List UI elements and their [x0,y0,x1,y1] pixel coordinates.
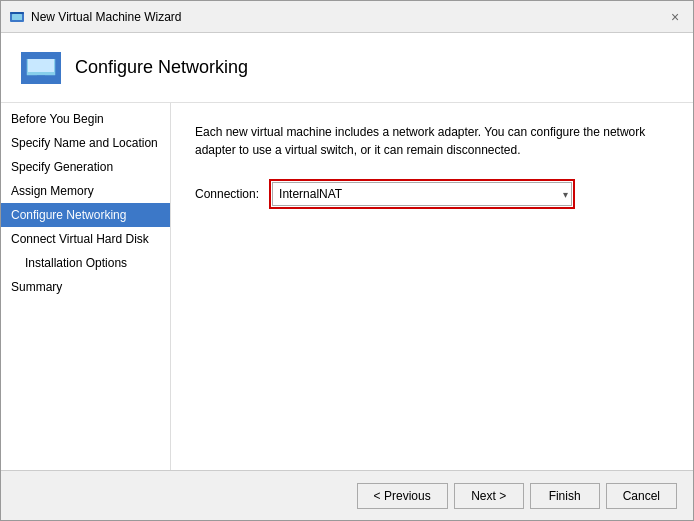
svg-rect-1 [12,14,22,20]
sidebar-item-specify-generation[interactable]: Specify Generation [1,155,170,179]
sidebar-item-before-you-begin[interactable]: Before You Begin [1,107,170,131]
finish-button[interactable]: Finish [530,483,600,509]
connection-label: Connection: [195,187,259,201]
sidebar-item-connect-virtual-hard-disk[interactable]: Connect Virtual Hard Disk [1,227,170,251]
window-title: New Virtual Machine Wizard [31,10,182,24]
window-icon [9,9,25,25]
title-bar-left: New Virtual Machine Wizard [9,9,182,25]
main-content: Each new virtual machine includes a netw… [171,103,693,470]
wizard-header: Configure Networking [1,33,693,103]
connection-row: Connection: Not ConnectedInternalNATDefa… [195,179,669,209]
header-icon [21,52,61,84]
svg-rect-4 [28,58,54,72]
footer: < Previous Next > Finish Cancel [1,470,693,520]
connection-select[interactable]: Not ConnectedInternalNATDefault Switch [272,182,572,206]
wizard-header-title: Configure Networking [75,57,248,78]
description-text: Each new virtual machine includes a netw… [195,123,655,159]
sidebar-item-assign-memory[interactable]: Assign Memory [1,179,170,203]
content-area: Before You BeginSpecify Name and Locatio… [1,103,693,470]
title-bar: New Virtual Machine Wizard × [1,1,693,33]
svg-rect-7 [34,76,48,79]
sidebar-item-installation-options[interactable]: Installation Options [1,251,170,275]
svg-rect-5 [26,56,56,59]
previous-button[interactable]: < Previous [357,483,448,509]
next-button[interactable]: Next > [454,483,524,509]
connection-dropdown-wrapper: Not ConnectedInternalNATDefault Switch ▾ [269,179,575,209]
connection-dropdown-container: Not ConnectedInternalNATDefault Switch ▾ [272,182,572,206]
sidebar: Before You BeginSpecify Name and Locatio… [1,103,171,470]
cancel-button[interactable]: Cancel [606,483,677,509]
sidebar-item-specify-name-location[interactable]: Specify Name and Location [1,131,170,155]
sidebar-item-configure-networking[interactable]: Configure Networking [1,203,170,227]
sidebar-item-summary[interactable]: Summary [1,275,170,299]
svg-rect-2 [10,12,24,14]
wizard-window: New Virtual Machine Wizard × Configure N… [0,0,694,521]
close-button[interactable]: × [665,7,685,27]
